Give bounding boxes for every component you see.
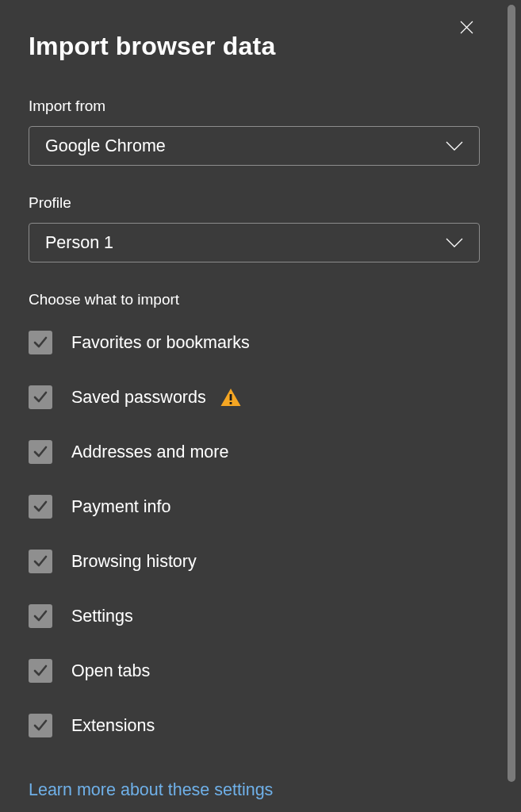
import-option-row: Favorites or bookmarks [29, 331, 479, 354]
import-option-label: Extensions [71, 716, 155, 736]
learn-more-link[interactable]: Learn more about these settings [29, 780, 273, 800]
checkbox[interactable] [29, 440, 52, 464]
import-option-text: Open tabs [71, 661, 150, 681]
checkbox[interactable] [29, 331, 52, 354]
check-icon [33, 444, 48, 460]
dialog-title: Import browser data [29, 32, 479, 61]
import-browser-data-panel: Import browser data Import from Google C… [0, 0, 508, 812]
close-icon [460, 21, 473, 34]
import-options-list: Favorites or bookmarksSaved passwordsAdd… [29, 331, 479, 737]
import-option-label: Open tabs [71, 661, 150, 681]
import-option-label: Addresses and more [71, 442, 228, 462]
checkbox[interactable] [29, 495, 52, 519]
import-option-text: Browsing history [71, 552, 197, 572]
check-icon [33, 718, 48, 733]
import-option-row: Addresses and more [29, 440, 479, 464]
check-icon [33, 663, 48, 679]
import-option-row: Extensions [29, 714, 479, 737]
import-option-row: Saved passwords [29, 385, 479, 409]
check-icon [33, 389, 48, 405]
profile-select[interactable]: Person 1 [29, 223, 480, 262]
check-icon [33, 553, 48, 569]
import-option-text: Favorites or bookmarks [71, 333, 250, 353]
warning-icon [220, 388, 241, 407]
chevron-down-icon [446, 141, 463, 151]
check-icon [33, 608, 48, 624]
check-icon [33, 335, 48, 350]
checkbox[interactable] [29, 550, 52, 573]
import-option-row: Settings [29, 604, 479, 628]
import-option-text: Payment info [71, 497, 170, 517]
import-option-text: Saved passwords [71, 388, 206, 408]
checkbox[interactable] [29, 659, 52, 683]
import-option-label: Settings [71, 607, 133, 626]
chevron-down-icon [446, 238, 463, 247]
checkbox[interactable] [29, 385, 52, 409]
choose-what-to-import-label: Choose what to import [29, 291, 479, 308]
import-option-row: Open tabs [29, 659, 479, 683]
close-button[interactable] [454, 14, 479, 40]
import-option-text: Extensions [71, 716, 155, 736]
import-option-label: Browsing history [71, 552, 197, 572]
import-from-select[interactable]: Google Chrome [29, 126, 480, 166]
scrollbar-thumb[interactable] [508, 5, 515, 782]
import-option-label: Payment info [71, 497, 170, 517]
profile-value: Person 1 [45, 233, 113, 253]
import-option-row: Browsing history [29, 550, 479, 573]
import-option-label: Favorites or bookmarks [71, 333, 250, 353]
import-option-label: Saved passwords [71, 388, 241, 408]
svg-rect-0 [229, 394, 232, 400]
import-option-row: Payment info [29, 495, 479, 519]
checkbox[interactable] [29, 604, 52, 628]
import-from-value: Google Chrome [45, 136, 166, 156]
import-from-label: Import from [29, 98, 479, 115]
check-icon [33, 499, 48, 515]
import-option-text: Addresses and more [71, 442, 228, 462]
svg-rect-1 [229, 402, 232, 404]
import-option-text: Settings [71, 607, 133, 626]
checkbox[interactable] [29, 714, 52, 737]
profile-label: Profile [29, 194, 479, 212]
